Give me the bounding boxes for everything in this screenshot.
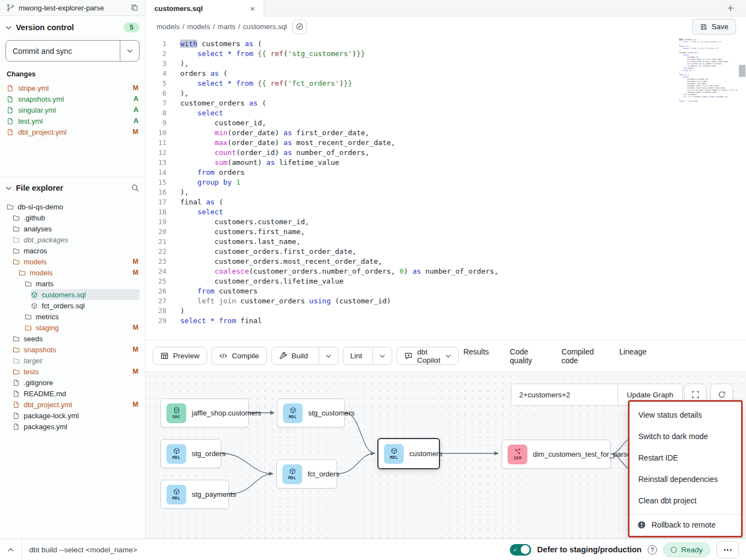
tab-code-quality[interactable]: Code quality — [510, 344, 541, 368]
code-line[interactable]: 17final as ( — [146, 197, 498, 207]
tree-item-.github[interactable]: .github — [13, 212, 140, 223]
change-item-snapshots.yml[interactable]: snapshots.ymlA — [5, 93, 140, 104]
breadcrumb-segment[interactable]: marts — [218, 23, 236, 31]
code-line[interactable]: 22 customer_orders.first_order_date, — [146, 247, 498, 257]
code-line[interactable]: 8 select — [146, 108, 498, 118]
menu-item-restart-ide[interactable]: Restart IDE — [630, 447, 741, 469]
command-input[interactable]: dbt build --select <model_name> — [29, 546, 137, 554]
code-line[interactable]: 29select * from final — [146, 316, 498, 326]
save-button[interactable]: Save — [692, 19, 736, 35]
code-line[interactable]: 5 select * from {{ ref('fct_orders')}} — [146, 79, 498, 88]
tree-item-dbt_packages[interactable]: dbt_packages — [13, 234, 140, 245]
code-line[interactable]: 15 group by 1 — [146, 178, 498, 187]
tree-item-macros[interactable]: macros — [13, 245, 140, 256]
code-line[interactable]: 11 max(order_date) as most_recent_order_… — [146, 138, 498, 148]
breadcrumb-segment[interactable]: customers.sql — [243, 23, 287, 31]
tree-item-README.md[interactable]: README.md — [13, 388, 140, 399]
tree-item-models[interactable]: modelsM — [13, 256, 140, 267]
tree-item-seeds[interactable]: seeds — [13, 333, 140, 344]
menu-item-switch-to-dark-mode[interactable]: Switch to dark mode — [630, 426, 741, 447]
change-item-stripe.yml[interactable]: stripe.ymlM — [5, 82, 140, 93]
breadcrumb-segment[interactable]: models — [187, 23, 210, 31]
tab-compiled-code[interactable]: Compiled code — [561, 344, 598, 368]
dbt-copilot-button[interactable]: dbt Copilot — [397, 347, 459, 365]
copy-icon[interactable] — [131, 4, 138, 12]
defer-toggle[interactable]: ✓ — [510, 544, 531, 556]
status-badge[interactable]: Ready — [663, 542, 710, 557]
code-line[interactable]: 26 from customers — [146, 286, 498, 296]
tree-item-db-sl-qs-demo[interactable]: db-sl-qs-demo — [7, 201, 140, 212]
tree-item-marts[interactable]: marts — [25, 278, 140, 289]
commit-and-sync-button[interactable]: Commit and sync — [5, 40, 140, 62]
code-line[interactable]: 24 coalesce(customer_orders.number_of_or… — [146, 267, 498, 276]
more-options-button[interactable] — [716, 541, 739, 558]
menu-item-clean-dbt-project[interactable]: Clean dbt project — [630, 490, 741, 512]
tree-item-package-lock.yml[interactable]: package-lock.yml — [13, 410, 140, 421]
build-button[interactable]: Build — [271, 347, 338, 365]
tree-item-metrics[interactable]: metrics — [25, 311, 140, 322]
collapse-panel-button[interactable] — [0, 539, 22, 560]
lineage-node-dim_customers_test_for_parse[interactable]: SEMdim_customers_test_for_parse — [502, 440, 611, 469]
code-line[interactable]: 23 customer_orders.most_recent_order_dat… — [146, 257, 498, 267]
lineage-node-jaffle_shop.customers[interactable]: SRCjaffle_shop.customers — [160, 398, 249, 428]
tab-lineage[interactable]: Lineage — [619, 344, 647, 368]
code-editor[interactable]: 1with customers as (2 select * from {{ r… — [146, 36, 746, 340]
tree-item-analyses[interactable]: analyses — [13, 223, 140, 234]
dropdown-chevron[interactable] — [319, 347, 338, 364]
change-item-dbt_project.yml[interactable]: dbt_project.ymlM — [5, 126, 140, 137]
code-line[interactable]: 7customer_orders as ( — [146, 98, 498, 108]
editor-tab-customers[interactable]: customers.sql × — [146, 0, 264, 17]
tree-item-fct_orders.sql[interactable]: fct_orders.sql — [31, 300, 140, 311]
menu-item-reinstall-dependencies[interactable]: Reinstall dependencies — [630, 469, 741, 490]
code-line[interactable]: 20 customers.first_name, — [146, 227, 498, 237]
close-icon[interactable]: × — [250, 4, 255, 13]
menu-item-rollback-to-remote[interactable]: Rollback to remote — [630, 514, 741, 536]
compile-button[interactable]: Compile — [211, 347, 267, 365]
tree-item-packages.yml[interactable]: packages.yml — [13, 421, 140, 432]
minimap[interactable]: 1with customers as (2 select * from {{ r… — [677, 38, 737, 104]
preview-button[interactable]: Preview — [153, 347, 207, 365]
code-line[interactable]: 21 customers.last_name, — [146, 237, 498, 247]
code-line[interactable]: 10 min(order_date) as first_order_date, — [146, 128, 498, 138]
code-line[interactable]: 6), — [146, 88, 498, 98]
explore-lineage-button[interactable] — [292, 19, 307, 34]
tree-item-.gitignore[interactable]: .gitignore — [13, 377, 140, 388]
new-tab-button[interactable]: + — [727, 1, 734, 16]
commit-options-dropdown[interactable] — [120, 41, 139, 61]
lineage-node-stg_orders[interactable]: MDLstg_orders — [160, 439, 221, 468]
code-line[interactable]: 13 sum(amount) as lifetime_value — [146, 158, 498, 168]
code-line[interactable]: 3), — [146, 59, 498, 69]
code-line[interactable]: 27 left join customer_orders using (cust… — [146, 296, 498, 306]
tree-item-models[interactable]: modelsM — [19, 267, 140, 278]
code-line[interactable]: 25 customer_orders.lifetime_value — [146, 276, 498, 286]
code-line[interactable]: 1with customers as ( — [146, 39, 498, 49]
tab-results[interactable]: Results — [463, 344, 489, 368]
menu-item-view-status-details[interactable]: View status details — [630, 404, 741, 426]
code-line[interactable]: 12 count(order_id) as number_of_orders, — [146, 148, 498, 158]
lineage-node-fct_orders[interactable]: MDLfct_orders — [276, 459, 337, 489]
lineage-selector-input[interactable] — [511, 384, 617, 405]
chevron-down-icon[interactable] — [5, 26, 12, 30]
tree-item-target[interactable]: target — [13, 355, 140, 366]
code-line[interactable]: 29select * from final — [677, 100, 737, 102]
lineage-node-stg_payments[interactable]: MDLstg_payments — [160, 480, 229, 509]
lineage-node-customers[interactable]: MDLcustomers — [377, 438, 440, 469]
code-line[interactable]: 9 customer_id, — [146, 118, 498, 128]
tree-item-customers.sql[interactable]: customers.sql — [31, 289, 140, 300]
code-line[interactable]: 14 from orders — [146, 168, 498, 178]
tree-item-staging[interactable]: stagingM — [25, 322, 140, 333]
lineage-node-stg_customers[interactable]: MDLstg_customers — [277, 398, 345, 428]
code-area[interactable]: 1with customers as (2 select * from {{ r… — [146, 39, 498, 326]
lint-button[interactable]: Lint — [343, 347, 393, 365]
code-line[interactable]: 4orders as ( — [146, 69, 498, 79]
editor-scrollbar[interactable] — [739, 65, 745, 77]
tree-item-snapshots[interactable]: snapshotsM — [13, 344, 140, 355]
tree-item-tests[interactable]: testsM — [13, 366, 140, 377]
code-line[interactable]: 19 customers.customer_id, — [146, 217, 498, 227]
help-icon[interactable]: ? — [648, 545, 657, 555]
search-icon[interactable] — [131, 184, 140, 192]
code-line[interactable]: 18 select — [146, 207, 498, 217]
tree-item-dbt_project.yml[interactable]: dbt_project.ymlM — [13, 399, 140, 410]
dropdown-chevron[interactable] — [372, 347, 392, 364]
breadcrumb-segment[interactable]: models — [157, 23, 180, 31]
